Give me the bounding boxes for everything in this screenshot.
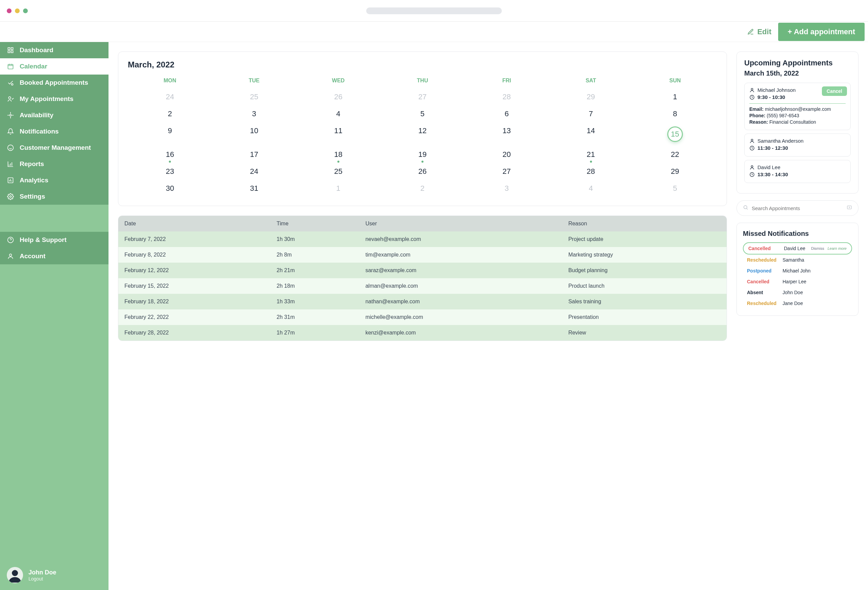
table-row[interactable]: February 15, 20222h 18malman@example.com… — [118, 278, 726, 294]
calendar-day[interactable]: 26 — [296, 89, 381, 106]
calendar-day[interactable]: 30 — [128, 181, 212, 197]
event-dot-icon — [169, 160, 171, 163]
calendar-day[interactable]: 6 — [465, 106, 549, 123]
close-dot-icon[interactable] — [7, 9, 12, 13]
table-row[interactable]: February 28, 20221h 27mkenzi@example.com… — [118, 325, 726, 341]
table-cell: kenzi@example.com — [366, 330, 568, 336]
calendar-day[interactable]: 27 — [381, 89, 465, 106]
appointment-item[interactable]: Samantha Anderson11:30 - 12:30 — [744, 134, 851, 157]
calendar-day[interactable]: 1 — [633, 89, 717, 106]
calendar-day[interactable]: 2 — [128, 106, 212, 123]
notification-row[interactable]: CancelledDavid LeeDismissLearn more — [743, 242, 852, 255]
calendar-day[interactable]: 3 — [465, 181, 549, 197]
calendar-day[interactable]: 25 — [296, 164, 381, 181]
search-box[interactable] — [737, 200, 859, 216]
sidebar-item-notifications[interactable]: Notifications — [0, 124, 108, 140]
calendar-day[interactable]: 4 — [296, 106, 381, 123]
calendar-day[interactable]: 28 — [549, 164, 633, 181]
table-row[interactable]: February 22, 20222h 31mmichelle@example.… — [118, 309, 726, 325]
table-cell: February 7, 2022 — [124, 236, 277, 242]
nav-label: Dashboard — [20, 46, 53, 54]
sidebar-item-my-appointments[interactable]: My Appointments — [0, 91, 108, 107]
calendar-day[interactable]: 28 — [465, 89, 549, 106]
add-appointment-button[interactable]: + Add appointment — [778, 23, 865, 41]
calendar-day[interactable]: 29 — [549, 89, 633, 106]
table-row[interactable]: February 12, 20222h 21msaraz@example.com… — [118, 263, 726, 278]
sidebar-item-calendar[interactable]: Calendar — [0, 58, 108, 75]
calendar-day[interactable]: 17 — [212, 147, 296, 164]
calendar-day[interactable]: 8 — [633, 106, 717, 123]
sidebar-item-availability[interactable]: Availability — [0, 107, 108, 124]
calendar-day[interactable]: 20 — [465, 147, 549, 164]
sidebar-item-analytics[interactable]: Analytics — [0, 172, 108, 188]
calendar-day[interactable]: 13 — [465, 123, 549, 147]
calendar-day[interactable]: 25 — [212, 89, 296, 106]
appt-detail: Email: michaeljohnson@example.comPhone: … — [749, 103, 846, 125]
logout-link[interactable]: Logout — [28, 576, 56, 581]
sidebar-item-dashboard[interactable]: Dashboard — [0, 42, 108, 58]
event-dot-icon — [590, 160, 592, 163]
notification-name: Harper Lee — [782, 279, 848, 284]
table-row[interactable]: February 7, 20221h 30mnevaeh@example.com… — [118, 231, 726, 247]
svg-rect-0 — [8, 48, 10, 50]
calendar-day[interactable]: 14 — [549, 123, 633, 147]
appointment-item[interactable]: Michael Johnson9:30 - 10:30CancelEmail: … — [744, 83, 851, 130]
sidebar-item-help-support[interactable]: Help & Support — [0, 232, 108, 248]
calendar-day[interactable]: 23 — [128, 164, 212, 181]
calendar-day[interactable]: 5 — [633, 181, 717, 197]
notification-name: David Lee — [784, 246, 807, 251]
enter-icon[interactable] — [847, 205, 852, 212]
calendar-day[interactable]: 12 — [381, 123, 465, 147]
edit-button[interactable]: Edit — [740, 24, 778, 40]
sidebar-item-account[interactable]: Account — [0, 248, 108, 264]
table-cell: Presentation — [568, 314, 720, 320]
table-cell: February 18, 2022 — [124, 299, 277, 305]
notification-row[interactable]: RescheduledJane Doe — [743, 298, 852, 309]
table-cell: 2h 8m — [277, 252, 366, 258]
dismiss-link[interactable]: Dismiss — [811, 246, 824, 250]
learn-more-link[interactable]: Learn more — [828, 246, 847, 250]
table-row[interactable]: February 18, 20221h 33mnathan@example.co… — [118, 294, 726, 309]
notification-name: John Doe — [782, 290, 848, 295]
notification-row[interactable]: RescheduledSamantha — [743, 255, 852, 265]
sidebar-item-booked-appointments[interactable]: Booked Appointments — [0, 75, 108, 91]
minimize-dot-icon[interactable] — [15, 9, 20, 13]
calendar-day[interactable]: 29 — [633, 164, 717, 181]
calendar-day[interactable]: 15 — [633, 123, 717, 147]
calendar-day[interactable]: 5 — [381, 106, 465, 123]
calendar-day[interactable]: 2 — [381, 181, 465, 197]
calendar-day[interactable]: 24 — [128, 89, 212, 106]
search-input[interactable] — [752, 205, 843, 211]
nav-label: My Appointments — [20, 95, 74, 103]
calendar-day[interactable]: 21 — [549, 147, 633, 164]
notification-row[interactable]: CancelledHarper Lee — [743, 276, 852, 287]
calendar-day[interactable]: 26 — [381, 164, 465, 181]
cancel-button[interactable]: Cancel — [822, 87, 847, 96]
calendar-day[interactable]: 3 — [212, 106, 296, 123]
calendar-day[interactable]: 1 — [296, 181, 381, 197]
calendar-day[interactable]: 7 — [549, 106, 633, 123]
notification-row[interactable]: AbsentJohn Doe — [743, 287, 852, 298]
sidebar-item-settings[interactable]: Settings — [0, 188, 108, 205]
sidebar-item-reports[interactable]: Reports — [0, 156, 108, 172]
svg-point-12 — [9, 254, 12, 256]
calendar-day[interactable]: 19 — [381, 147, 465, 164]
calendar-day[interactable]: 4 — [549, 181, 633, 197]
table-cell: Marketing strategy — [568, 252, 720, 258]
calendar-day[interactable]: 10 — [212, 123, 296, 147]
sidebar-item-customer-management[interactable]: Customer Management — [0, 140, 108, 156]
calendar-day[interactable]: 18 — [296, 147, 381, 164]
notification-row[interactable]: PostponedMichael John — [743, 265, 852, 276]
calendar-day[interactable]: 24 — [212, 164, 296, 181]
nav-icon — [7, 128, 14, 135]
calendar-day[interactable]: 31 — [212, 181, 296, 197]
table-row[interactable]: February 8, 20222h 8mtim@example.comMark… — [118, 247, 726, 263]
calendar-day[interactable]: 11 — [296, 123, 381, 147]
calendar-day[interactable]: 16 — [128, 147, 212, 164]
avatar[interactable] — [7, 567, 23, 583]
calendar-day[interactable]: 27 — [465, 164, 549, 181]
appointment-item[interactable]: David Lee13:30 - 14:30 — [744, 160, 851, 183]
calendar-day[interactable]: 22 — [633, 147, 717, 164]
maximize-dot-icon[interactable] — [23, 9, 28, 13]
calendar-day[interactable]: 9 — [128, 123, 212, 147]
